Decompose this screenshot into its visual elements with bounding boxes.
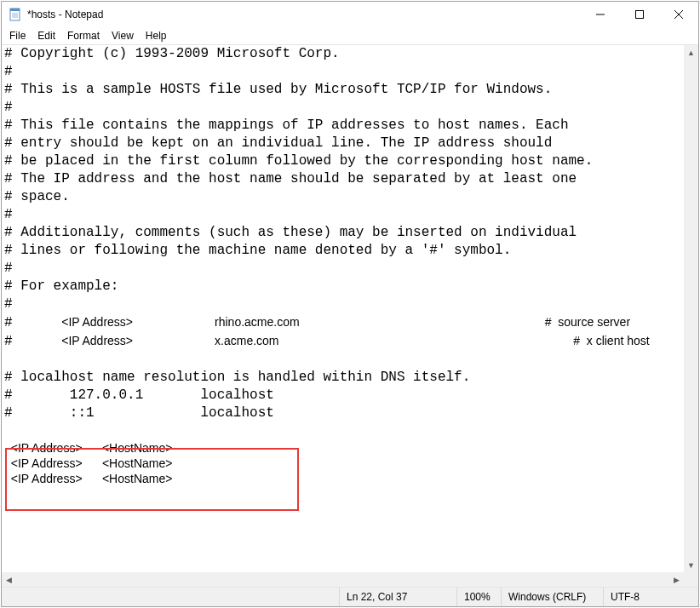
text-line: # The IP address and the host name shoul…: [4, 171, 577, 186]
text-line: #: [4, 64, 13, 79]
editor-area: # Copyright (c) 1993-2009 Microsoft Corp…: [2, 44, 698, 587]
menu-format[interactable]: Format: [61, 29, 106, 43]
text-line: # be placed in the first column followed…: [4, 153, 593, 169]
text-line: # Additionally, comments (such as these)…: [4, 225, 577, 240]
scroll-up-arrow[interactable]: ▲: [684, 45, 698, 60]
text-editor[interactable]: # Copyright (c) 1993-2009 Microsoft Corp…: [2, 45, 684, 572]
text-line: # entry should be kept on an individual …: [4, 135, 552, 151]
maximize-button[interactable]: [620, 2, 659, 27]
scroll-right-arrow[interactable]: ▶: [669, 572, 684, 587]
horizontal-scrollbar[interactable]: ◀ ▶: [2, 572, 684, 587]
text-line: #: [4, 261, 13, 276]
text-line: # This file contains the mappings of IP …: [4, 118, 569, 133]
titlebar: *hosts - Notepad: [2, 2, 698, 27]
window-controls: [581, 2, 698, 27]
status-spacer: [2, 588, 339, 606]
vertical-scrollbar[interactable]: ▲ ▼: [684, 45, 698, 572]
text-line: # <IP Address> rhino.acme.com # source s…: [4, 315, 630, 330]
minimize-button[interactable]: [581, 2, 620, 27]
text-line: # <IP Address> x.acme.com # x client hos…: [4, 334, 650, 349]
status-encoding: UTF-8: [603, 588, 698, 606]
text-line: #: [4, 100, 13, 115]
menu-view[interactable]: View: [106, 29, 140, 43]
window: *hosts - Notepad File Edit Format View H…: [1, 1, 699, 607]
svg-rect-1: [10, 9, 20, 11]
text-line: # space.: [4, 189, 70, 204]
text-line: #: [4, 296, 13, 312]
hosts-entry: <IP Address> <HostName>: [4, 440, 681, 456]
text-line: # ::1 localhost: [4, 405, 274, 421]
scroll-down-arrow[interactable]: ▼: [684, 558, 698, 572]
scroll-corner: [684, 572, 698, 587]
svg-rect-6: [636, 11, 644, 19]
notepad-icon: [9, 8, 22, 21]
text-line: # Copyright (c) 1993-2009 Microsoft Corp…: [4, 46, 340, 61]
text-line: #: [4, 207, 13, 222]
scroll-left-arrow[interactable]: ◀: [2, 572, 16, 587]
menu-file[interactable]: File: [3, 29, 32, 43]
menu-help[interactable]: Help: [140, 29, 173, 43]
text-line: # localhost name resolution is handled w…: [4, 370, 470, 385]
status-position: Ln 22, Col 37: [339, 588, 456, 606]
text-line: # lines or following the machine name de…: [4, 243, 511, 258]
menubar: File Edit Format View Help: [2, 27, 698, 44]
statusbar: Ln 22, Col 37 100% Windows (CRLF) UTF-8: [2, 587, 698, 606]
menu-edit[interactable]: Edit: [32, 29, 61, 43]
close-button[interactable]: [659, 2, 698, 27]
text-line: # 127.0.0.1 localhost: [4, 387, 274, 403]
text-line: # This is a sample HOSTS file used by Mi…: [4, 82, 552, 97]
status-eol: Windows (CRLF): [501, 588, 603, 606]
text-line: # For example:: [4, 278, 118, 294]
hosts-entry: <IP Address> <HostName>: [4, 471, 681, 486]
window-title: *hosts - Notepad: [27, 9, 581, 20]
status-zoom: 100%: [456, 588, 501, 606]
hosts-entry: <IP Address> <HostName>: [4, 456, 681, 471]
